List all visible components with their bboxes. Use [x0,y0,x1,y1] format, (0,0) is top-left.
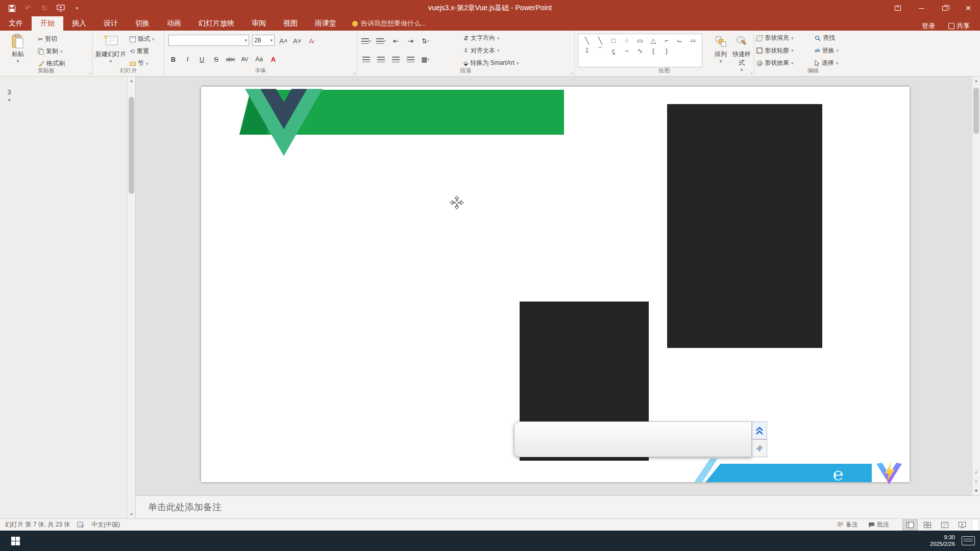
toolbar-collapse-button[interactable] [752,421,767,439]
restore-button[interactable] [933,0,957,16]
bullets-button[interactable]: ▾ [361,36,371,46]
reading-view-button[interactable] [937,519,952,531]
action-center-icon[interactable] [962,536,975,545]
align-left-button[interactable] [361,54,371,64]
font-size-combo[interactable]: 28▾ [252,35,275,46]
code-block-options[interactable] [667,104,822,348]
toolbar-pin-button[interactable] [752,439,767,457]
tab-rain-classroom[interactable]: 雨课堂 [306,16,345,31]
tab-view[interactable]: 视图 [275,16,306,31]
clear-strike-button[interactable]: abc [226,54,235,64]
shape-option-3[interactable]: ○ [620,35,633,45]
shapes-gallery[interactable]: ▲▼⊽ ╲╲□○▭△⌐⌙⇨⇩⌒ϛ⌣∿{} [578,34,702,67]
sogou-input-bar[interactable] [972,519,979,531]
qat-customize-icon[interactable]: ▾ [72,4,82,13]
select-button[interactable]: 选择▾ [815,59,871,67]
tab-insert[interactable]: 插入 [63,16,95,31]
tab-animations[interactable]: 动画 [158,16,190,31]
tab-slideshow[interactable]: 幻灯片放映 [190,16,243,31]
comments-toggle[interactable]: 批注 [864,519,893,531]
next-slide-button[interactable]: ˅ [975,479,977,484]
shape-option-6[interactable]: ⌐ [660,35,673,45]
start-slideshow-icon[interactable] [56,4,65,13]
justify-button[interactable] [406,54,415,64]
find-button[interactable]: 查找 [815,34,871,42]
text-direction-button[interactable]: ⇵文字方向▾ [463,34,571,42]
tab-file[interactable]: 文件 [0,16,32,31]
change-case-button[interactable]: Aa [254,54,264,64]
slide-sorter-view-button[interactable] [920,519,935,531]
clipboard-dialog-launcher[interactable]: ⌟ [89,69,91,74]
thumbnail-scrollbar[interactable]: ▲ ▼ [127,77,135,518]
slideshow-view-button[interactable] [954,519,970,531]
shape-option-12[interactable]: ⌣ [620,45,633,56]
shape-option-10[interactable]: ⌒ [594,45,607,56]
shape-option-1[interactable]: ╲ [594,35,607,45]
shape-option-13[interactable]: ∿ [633,45,647,56]
share-button[interactable]: 共享 [948,21,970,31]
save-icon[interactable] [7,4,16,13]
undo-icon[interactable]: ↶ [23,4,33,13]
paste-button[interactable]: 粘贴▾ [3,33,33,64]
reset-button[interactable]: ⟲重置 [130,47,149,56]
redo-icon[interactable]: ↻ [40,4,49,13]
tab-design[interactable]: 设计 [95,16,127,31]
shape-option-0[interactable]: ╲ [580,35,594,45]
close-button[interactable]: × [957,0,980,16]
editor-scrollbar[interactable]: ▲ [972,77,980,495]
shape-option-14[interactable]: { [647,45,660,56]
notes-toggle[interactable]: 备注 [833,519,862,531]
decrease-indent-button[interactable]: ⇤ [391,36,401,46]
copy-button[interactable]: 复制▾ [38,47,63,56]
align-center-button[interactable] [376,54,386,64]
shape-option-11[interactable]: ϛ [607,45,620,56]
shape-outline-button[interactable]: 形状轮廓▾ [756,46,812,55]
replace-button[interactable]: ab替换▾ [815,46,871,55]
cut-button[interactable]: ✂剪切 [38,35,57,43]
underline-button[interactable]: U [197,54,207,64]
drawing-dialog-launcher[interactable]: ⌟ [750,69,752,74]
font-name-combo[interactable]: ▾ [168,35,249,46]
shape-option-15[interactable]: } [660,45,673,56]
numbering-button[interactable]: ▾ [376,36,386,46]
shape-option-8[interactable]: ⇨ [687,35,700,45]
char-spacing-button[interactable]: AV [240,54,250,64]
line-spacing-button[interactable]: ⇅▾ [421,36,430,46]
bold-button[interactable]: B [168,54,178,64]
italic-button[interactable]: I [183,54,192,64]
shape-option-2[interactable]: □ [607,35,620,45]
shape-fill-button[interactable]: 形状填充▾ [756,34,812,42]
shrink-font-button[interactable]: A˅ [292,36,302,46]
strikethrough-button[interactable]: S [211,54,221,64]
align-right-button[interactable] [391,54,401,64]
columns-button[interactable]: ▦▾ [421,54,430,64]
tell-me-box[interactable]: 告诉我您想要做什么... [345,16,433,31]
normal-view-button[interactable] [902,519,918,531]
shape-option-9[interactable]: ⇩ [580,45,594,56]
layout-button[interactable]: 版式▾ [130,35,155,43]
spellcheck-icon[interactable] [77,521,84,528]
tab-home[interactable]: 开始 [32,16,63,31]
slide-nav-buttons[interactable]: ˄˅▼ [972,460,980,495]
taskbar-clock[interactable]: 9:30 2025/2/26 [930,534,955,547]
shape-option-5[interactable]: △ [647,35,660,45]
sign-in-link[interactable]: 登录 [922,21,935,31]
language-indicator[interactable]: 中文(中国) [91,520,120,529]
smartart-button[interactable]: ⬙转换为 SmartArt▾ [463,59,571,67]
shape-option-4[interactable]: ▭ [633,35,647,45]
clear-formatting-button[interactable]: A̷ [306,36,316,46]
font-dialog-launcher[interactable]: ⌟ [353,69,355,74]
increase-indent-button[interactable]: ⇥ [406,36,415,46]
previous-slide-button[interactable]: ˄ [975,470,977,475]
paragraph-dialog-launcher[interactable]: ⌟ [571,69,573,74]
font-color-button[interactable]: A [268,54,278,64]
tab-transitions[interactable]: 切换 [127,16,158,31]
align-text-button[interactable]: ⇳对齐文本▾ [463,46,571,55]
notes-pane[interactable]: 单击此处添加备注 [136,495,980,518]
new-slide-button[interactable]: 新建幻灯片▾ [95,33,127,64]
minimize-button[interactable] [910,0,933,16]
arrange-button[interactable]: 排列▾ [710,33,731,64]
tab-review[interactable]: 审阅 [243,16,275,31]
shape-option-7[interactable]: ⌙ [673,35,687,45]
shape-effects-button[interactable]: 形状效果▾ [756,59,812,67]
